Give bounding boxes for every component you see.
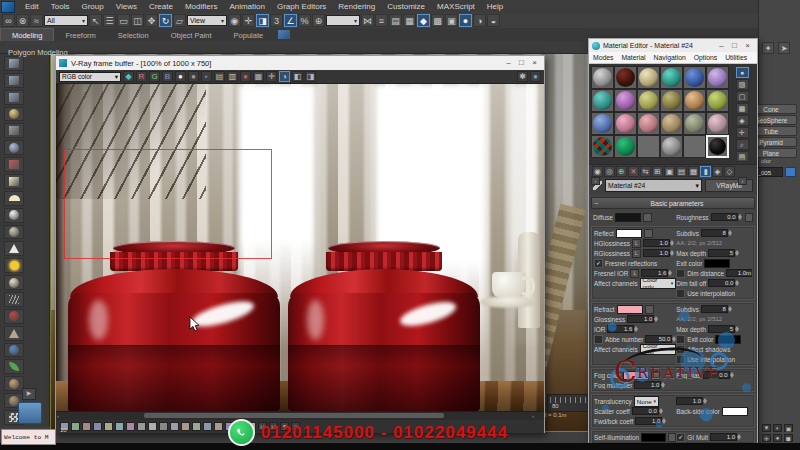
material-map-browser-icon[interactable]: ◇ [724, 166, 735, 177]
align-icon[interactable]: ≡ [375, 14, 388, 27]
spinner-arrows[interactable] [662, 417, 667, 425]
status-icon-1[interactable]: ▼ [762, 424, 771, 432]
dropdown-none[interactable]: None▾ [634, 396, 659, 407]
render-production-icon[interactable]: ● [459, 14, 472, 27]
angle-snap-icon[interactable]: ∠ [284, 14, 297, 27]
bind-to-spacewarp-icon[interactable]: ≈ [30, 14, 43, 27]
spinner-arrows[interactable] [730, 371, 735, 379]
get-material-icon[interactable]: ◉ [592, 166, 603, 177]
sample-slot-9[interactable] [637, 89, 660, 112]
me-menu-options[interactable]: Options [690, 54, 721, 61]
vfb-history-icon-11[interactable] [170, 422, 179, 431]
sample-slot-4[interactable] [660, 66, 683, 89]
checkbox-fresnel-reflections[interactable]: ✓ [594, 259, 603, 268]
sample-slot-22[interactable] [660, 135, 683, 158]
spinner-value[interactable]: 1.0 [643, 249, 670, 257]
spinner-arrows[interactable] [703, 397, 708, 405]
vfb-close-button[interactable]: × [528, 57, 541, 69]
stop-render-button[interactable]: ● [240, 71, 251, 82]
checkbox-dim-distance[interactable] [676, 269, 685, 278]
menu-edit[interactable]: Edit [19, 1, 45, 13]
leaf-object-icon[interactable] [4, 359, 24, 374]
material-map-navigator-icon[interactable]: ▤ [736, 151, 749, 162]
vfb-info-icon[interactable]: ● [530, 71, 541, 82]
vfb-settings-icon[interactable]: ✱ [517, 71, 528, 82]
graph-editors-icon[interactable]: ▦ [403, 14, 416, 27]
spinner[interactable]: 1.0m [726, 269, 752, 277]
snaps-toggle-icon[interactable]: 3 [270, 14, 283, 27]
vfb-history-icon-10[interactable] [159, 422, 168, 431]
map-slot-button[interactable] [643, 213, 652, 222]
map-slot-button[interactable] [651, 371, 660, 380]
spinner[interactable]: 1.0 [627, 315, 659, 323]
load-image-button[interactable]: ▤ [214, 71, 225, 82]
map-slot-button[interactable] [668, 433, 677, 442]
render-region-rectangle[interactable] [64, 149, 272, 259]
vfb-history-icon-3[interactable] [82, 422, 91, 431]
track-bar-ruler[interactable]: 80 [547, 394, 592, 412]
slots-scroll-right[interactable]: › [738, 177, 747, 185]
color-swatch[interactable] [704, 259, 730, 268]
slots-scroll-left[interactable]: ‹ [591, 177, 600, 185]
layer-manager-icon[interactable]: ▤ [389, 14, 402, 27]
sample-slot-11[interactable] [683, 89, 706, 112]
select-by-material-icon[interactable]: ⌕ [736, 139, 749, 150]
spinner[interactable]: 1.6 [641, 269, 673, 277]
spotlight-icon[interactable] [4, 140, 24, 155]
spinner-value[interactable]: 8 [701, 305, 728, 313]
sample-type-icon[interactable]: ● [736, 67, 749, 78]
spinner[interactable]: 1.0 [676, 397, 708, 405]
lock-button[interactable]: L [632, 249, 641, 258]
checkbox-gi[interactable]: ✓ [676, 433, 685, 442]
ribbon-config-icon[interactable] [278, 30, 290, 39]
spinner-arrows[interactable] [668, 269, 673, 277]
maxscript-mini-listener[interactable]: Welcome to M [1, 429, 56, 445]
use-pivot-center-icon[interactable]: ◉ [228, 14, 241, 27]
ui-panel-icon-3[interactable] [4, 90, 24, 105]
material-editor-title-bar[interactable]: Material Editor - Material #24 – □ × [589, 39, 757, 52]
vfb-channel-dropdown[interactable]: RGB color▾ [59, 72, 121, 82]
spinner-value[interactable]: 0.0 [711, 213, 738, 221]
spinner-arrows[interactable] [728, 305, 733, 313]
put-to-library-icon[interactable]: ⊞ [652, 166, 663, 177]
compare-horizontal-icon[interactable]: ▦ [253, 71, 264, 82]
sample-slot-16[interactable] [660, 112, 683, 135]
material-id-channel-icon[interactable]: ▣ [664, 166, 675, 177]
vray-logo-icon[interactable]: ◆ [123, 71, 134, 82]
box-primitive-icon[interactable] [4, 174, 24, 189]
render-last-icon[interactable]: ◒ [487, 14, 500, 27]
vfb-history-icon-15[interactable] [214, 422, 223, 431]
spinner-value[interactable]: 1.6 [641, 269, 668, 277]
render-setup-icon[interactable]: ▩ [431, 14, 444, 27]
light-icon[interactable] [4, 107, 24, 122]
rectangular-region-icon[interactable]: ▭ [117, 14, 130, 27]
keyboard-shortcut-override-icon[interactable]: ◨ [256, 14, 269, 27]
clear-image-button[interactable]: ▥ [227, 71, 238, 82]
material-editor-icon[interactable]: ◆ [417, 14, 430, 27]
swap-compare-icon[interactable]: ◨ [305, 71, 316, 82]
spinner-arrows[interactable] [735, 325, 740, 333]
spinner[interactable]: 8 [701, 229, 733, 237]
menu-maxscript[interactable]: MAXScript [431, 1, 481, 13]
vfb-history-icon-2[interactable] [71, 422, 80, 431]
menu-group[interactable]: Group [75, 1, 109, 13]
menu-graph-editors[interactable]: Graph Editors [271, 1, 332, 13]
status-icon-5[interactable]: ● [773, 434, 782, 442]
mountain-object-icon[interactable] [4, 326, 24, 341]
spinner[interactable]: 5 [708, 249, 740, 257]
leftbar-expand-button[interactable]: ▶ [22, 388, 36, 400]
menu-rendering[interactable]: Rendering [332, 1, 381, 13]
scrollbar-thumb[interactable] [144, 413, 444, 418]
spinner-value[interactable]: 0.0 [708, 279, 735, 287]
monochrome-button[interactable]: ● [188, 71, 199, 82]
dome-primitive-icon[interactable] [4, 191, 24, 206]
vfb-maximize-button[interactable]: □ [515, 57, 528, 69]
checkbox-affect-shadows[interactable]: ✓ [676, 345, 685, 354]
spinner-value[interactable]: 5 [708, 249, 735, 257]
red-channel-button[interactable]: R [136, 71, 147, 82]
spinner-arrows[interactable] [670, 249, 675, 257]
mirror-icon[interactable]: ⋈ [361, 14, 374, 27]
select-by-name-icon[interactable]: ☰ [103, 14, 116, 27]
spinner-arrows[interactable] [670, 239, 675, 247]
render-iterative-icon[interactable]: ◑ [473, 14, 486, 27]
